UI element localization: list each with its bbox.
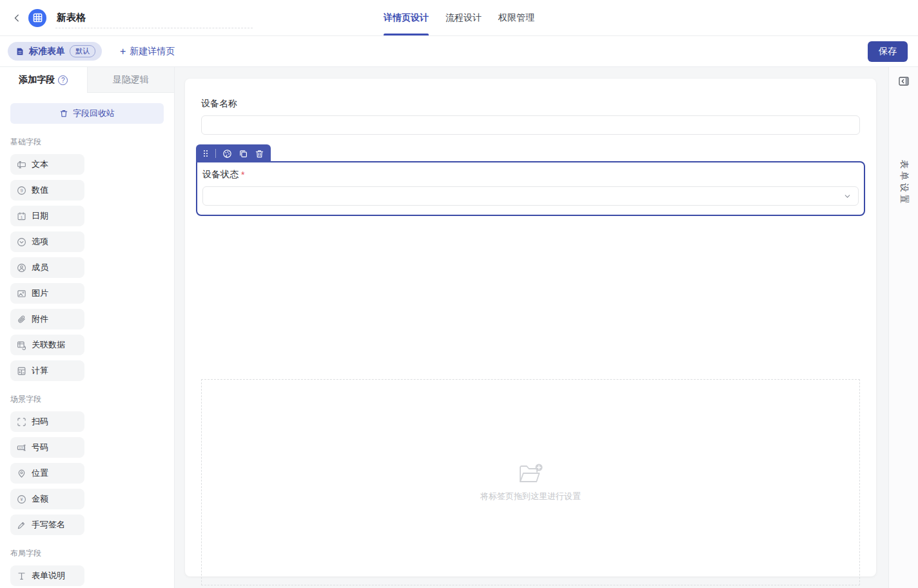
location-icon	[17, 469, 26, 478]
field-item-location[interactable]: 位置	[10, 463, 84, 484]
signature-icon	[17, 520, 26, 530]
trash-icon	[59, 109, 68, 118]
relation-icon	[17, 340, 26, 350]
svg-text:1: 1	[21, 214, 23, 219]
field-item-date[interactable]: 1 日期	[10, 206, 84, 226]
field-label: 设备状态 *	[202, 169, 859, 181]
field-recycle-bin-button[interactable]: 字段回收站	[10, 103, 164, 124]
field-item-option[interactable]: 选项	[10, 231, 84, 252]
page-title: 新表格	[57, 12, 86, 23]
save-button[interactable]: 保存	[868, 41, 908, 62]
question-circle-icon[interactable]: ?	[58, 75, 68, 85]
text-field-icon	[17, 160, 26, 170]
main-area: 添加字段 ? 显隐逻辑 字段回收站 基础字段 文本 9 数值	[0, 67, 918, 588]
tab-detail-page-design[interactable]: 详情页设计	[384, 0, 429, 35]
new-detail-page-button[interactable]: + 新建详情页	[120, 46, 175, 57]
section-title-basic-fields: 基础字段	[10, 137, 164, 148]
calendar-icon: 1	[17, 211, 26, 221]
field-item-image[interactable]: 图片	[10, 283, 84, 304]
collapse-panel-button[interactable]	[898, 75, 910, 87]
toolbar-separator	[215, 149, 216, 158]
app-header: 新表格 详情页设计 流程设计 权限管理	[0, 0, 918, 36]
standard-form-pill[interactable]: 标准表单 默认	[8, 42, 102, 61]
device-name-input[interactable]	[201, 115, 860, 135]
tab-dropzone[interactable]: 将标签页拖到这里进行设置	[201, 379, 860, 585]
sidebar-body: 字段回收站 基础字段 文本 9 数值 1 日期 选项	[0, 93, 174, 588]
selected-field-toolbar	[196, 144, 271, 162]
money-icon: ¥	[17, 495, 26, 504]
layout-fields-grid: 表单说明 分隔符	[10, 565, 164, 588]
form-doc-icon	[15, 47, 24, 56]
tab-permission[interactable]: 权限管理	[498, 0, 534, 35]
new-detail-page-label: 新建详情页	[130, 46, 175, 57]
svg-text:¥: ¥	[20, 496, 23, 502]
field-item-text[interactable]: 文本	[10, 154, 84, 175]
default-badge: 默认	[70, 45, 95, 57]
image-icon	[17, 289, 26, 299]
svg-text:123: 123	[19, 446, 24, 449]
back-button[interactable]	[10, 12, 23, 24]
header-tabs: 详情页设计 流程设计 权限管理	[384, 0, 534, 35]
form-pill-label: 标准表单	[29, 46, 65, 57]
trash-icon[interactable]	[255, 149, 264, 159]
required-star: *	[241, 170, 244, 180]
field-item-form-note[interactable]: 表单说明	[10, 565, 84, 586]
form-canvas[interactable]: 设备名称	[185, 79, 876, 576]
number-input-icon: 123	[17, 443, 26, 453]
palette-icon[interactable]	[222, 149, 232, 159]
option-icon	[17, 237, 26, 247]
app-icon	[28, 9, 46, 27]
sidebar-tabs: 添加字段 ? 显隐逻辑	[0, 67, 174, 93]
copy-icon[interactable]	[239, 149, 248, 159]
field-item-scan[interactable]: 扫码	[10, 411, 84, 432]
form-toolbar: 标准表单 默认 + 新建详情页 保存	[0, 36, 918, 67]
calculator-icon	[17, 366, 26, 376]
field-item-signature[interactable]: 手写签名	[10, 514, 84, 535]
scan-icon	[17, 417, 26, 427]
device-status-select[interactable]	[202, 186, 859, 206]
member-icon	[17, 263, 26, 273]
field-item-calc[interactable]: 计算	[10, 360, 84, 381]
scene-fields-grid: 扫码 123 号码 位置 ¥ 金额 手写签名	[10, 411, 164, 535]
sidebar-tab-visibility-logic[interactable]: 显隐逻辑	[87, 67, 175, 93]
field-item-relation[interactable]: 关联数据	[10, 335, 84, 355]
chevron-down-icon	[843, 192, 852, 201]
canvas-field-device-name[interactable]: 设备名称	[201, 98, 860, 135]
basic-fields-grid: 文本 9 数值 1 日期 选项 成员	[10, 154, 164, 381]
form-settings-label: 表单设置	[898, 160, 910, 206]
drag-handle-icon[interactable]	[202, 149, 209, 158]
table-grid-icon	[33, 13, 43, 23]
attachment-icon	[17, 315, 26, 324]
tab-flow-design[interactable]: 流程设计	[445, 0, 482, 35]
field-item-number[interactable]: 9 数值	[10, 180, 84, 201]
field-item-attachment[interactable]: 附件	[10, 309, 84, 329]
section-title-scene-fields: 场景字段	[10, 394, 164, 405]
field-item-phone-number[interactable]: 123 号码	[10, 437, 84, 458]
field-item-member[interactable]: 成员	[10, 257, 84, 278]
plus-icon: +	[120, 46, 126, 57]
canvas-region: 设备名称	[175, 67, 888, 588]
chevron-left-icon	[12, 14, 21, 23]
number-icon: 9	[17, 186, 26, 195]
svg-text:9: 9	[20, 188, 23, 193]
field-label: 设备名称	[201, 98, 860, 110]
sidebar-tab-add-field[interactable]: 添加字段 ?	[0, 67, 87, 93]
field-sidebar: 添加字段 ? 显隐逻辑 字段回收站 基础字段 文本 9 数值	[0, 67, 175, 588]
dropzone-hint: 将标签页拖到这里进行设置	[480, 491, 581, 502]
form-title-edit[interactable]: 新表格	[55, 8, 253, 28]
form-settings-strip[interactable]: 表单设置	[888, 67, 918, 588]
canvas-field-device-status-selected[interactable]: 设备状态 *	[196, 161, 865, 216]
section-title-layout-fields: 布局字段	[10, 548, 164, 559]
folder-plus-icon	[518, 462, 543, 484]
field-item-money[interactable]: ¥ 金额	[10, 489, 84, 509]
collapse-panel-icon	[898, 75, 910, 87]
text-note-icon	[17, 571, 26, 581]
